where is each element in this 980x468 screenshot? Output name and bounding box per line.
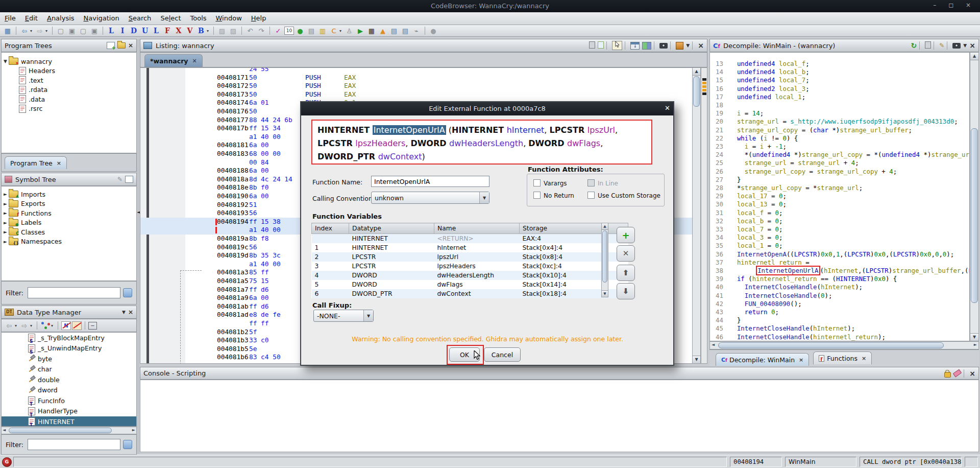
decompile-line[interactable]: 15undefined4 local_7; <box>710 76 969 84</box>
decompile-line[interactable]: 22while (i != 0) { <box>710 134 969 143</box>
toolbar-triangle-icon[interactable]: ▲ <box>378 26 388 35</box>
toolbar-clipboard-icon[interactable]: ▥ <box>317 26 328 35</box>
decompile-line[interactable]: 28*strange_url_copy = *strange_url; <box>710 184 969 192</box>
decompile-hscrollbar[interactable]: ◄ ► <box>709 341 979 349</box>
dialog-title-bar[interactable]: Edit External Function at 0000a7c8 <box>301 102 673 115</box>
toolbar-letter-I[interactable]: I <box>117 26 128 35</box>
table-row[interactable]: 4DWORDdwHeadersLengthStack[0x10]:4 <box>312 271 628 280</box>
decompile-line[interactable]: 42FUN_00408090(); <box>710 300 969 308</box>
move-down-button[interactable]: ⬇ <box>617 283 635 299</box>
close-icon[interactable]: × <box>862 355 866 362</box>
decompile-line[interactable]: 38InternetOpenUrlA(hInternet,(LPCSTR)str… <box>710 267 969 275</box>
copy-icon[interactable] <box>589 41 595 50</box>
decompile-line[interactable]: 31local_f = 0; <box>710 209 969 217</box>
decompile-vscrollbar[interactable]: ▲ ▼ <box>970 52 979 341</box>
dtm-item-_s_tryblockmapentry[interactable]: S_s_TryBlockMapEntry <box>2 333 136 343</box>
toolbar-letter-F[interactable]: F <box>162 26 173 35</box>
scroll-down-icon[interactable]: ▼ <box>602 290 608 297</box>
toolbar-copy-icon[interactable]: ▢ <box>56 26 66 35</box>
listing-row[interactable]: 24 55 <box>140 67 692 74</box>
tree-collapse-icon[interactable]: ► <box>4 210 9 216</box>
close-icon[interactable]: × <box>128 42 133 49</box>
decompile-line[interactable]: 32local_b = 0; <box>710 217 969 225</box>
function-signature-box[interactable]: HINTERNET InternetOpenUrlA (HINTERNET hI… <box>311 120 652 165</box>
dtm-item-double[interactable]: double <box>2 375 136 385</box>
scroll-down-icon[interactable]: ▼ <box>693 356 700 363</box>
console-output[interactable] <box>140 380 979 452</box>
dtm-hscrollbar[interactable]: ◄ ► <box>1 427 137 434</box>
toolbar-letter-X[interactable]: X <box>174 26 184 35</box>
close-icon[interactable]: × <box>128 309 133 316</box>
chevron-down-icon[interactable]: ▼ <box>963 43 967 48</box>
table-row[interactable]: 3LPCSTRlpszHeadersStack[0xc]:4 <box>312 262 628 271</box>
decompile-line[interactable]: 46InternetCloseHandle(hinternetl_return)… <box>710 333 969 341</box>
decompile-line[interactable]: 33local_7 = 0; <box>710 225 969 233</box>
toolbar-clear1-icon[interactable]: ▨ <box>217 26 227 35</box>
tree-item-wannacry[interactable]: ▼➤wannacry <box>2 53 136 66</box>
dtm-item-handlertype[interactable]: THandlerType <box>2 406 136 417</box>
toolbar-save-icon[interactable]: ▦ <box>3 26 13 35</box>
snapshot-icon[interactable] <box>659 43 668 49</box>
dtm-filter-input[interactable] <box>28 439 120 450</box>
sidebar-item-namespaces[interactable]: ►{}Namespaces <box>2 237 136 247</box>
dtm-item-char[interactable]: char <box>2 364 136 375</box>
checkbox-varargs[interactable]: Varargs <box>533 179 567 187</box>
toolbar-letter-L[interactable]: L <box>151 26 161 35</box>
call-fixup-select[interactable]: -NONE- ▼ <box>313 310 374 322</box>
chevron-down-icon[interactable]: ▾ <box>30 29 34 33</box>
function-name-input[interactable] <box>371 176 489 187</box>
scroll-up-icon[interactable]: ▲ <box>602 223 608 230</box>
checkbox-box[interactable] <box>533 179 541 186</box>
decompile-line[interactable]: 45InternetCloseHandle(hInternet); <box>710 324 969 333</box>
decompile-line[interactable]: 29local_17 = 0; <box>710 192 969 200</box>
toolbar-copy2-icon[interactable]: ▢ <box>78 26 88 35</box>
tree-collapse-icon[interactable]: ► <box>4 239 9 244</box>
decompile-line[interactable]: 39if (hinternetl_return == (HINTERNET)0x… <box>710 275 969 283</box>
menu-help[interactable]: Help <box>247 12 271 25</box>
sidebar-item-classes[interactable]: ►CClasses <box>2 227 136 237</box>
toolbar-undo-icon[interactable]: ↶ <box>245 26 255 35</box>
close-icon[interactable]: ✕ <box>192 58 197 64</box>
checkbox-use-custom-storage[interactable]: Use Custom Storage <box>587 192 660 199</box>
remove-variable-button[interactable]: ✕ <box>617 245 635 262</box>
close-icon[interactable]: × <box>969 41 975 50</box>
decompile-line[interactable]: 41InternetCloseHandle(0); <box>710 292 969 300</box>
paste-icon[interactable] <box>598 41 604 50</box>
toolbar-check-icon[interactable]: ✓ <box>273 26 283 35</box>
toolbar-forward-icon[interactable]: ⇨ <box>35 26 45 35</box>
sidebar-item-functions[interactable]: ►fFunctions <box>2 208 136 218</box>
table-row[interactable]: 6DWORD_PTRdwContextStack[0x18]:4 <box>312 289 628 298</box>
toolbar-person-icon[interactable]: ♙ <box>344 26 354 35</box>
org-chart-icon[interactable] <box>40 321 51 330</box>
menu-select[interactable]: Select <box>156 12 185 25</box>
table-export-icon[interactable]: ↓ <box>630 42 640 50</box>
table-row[interactable]: 1HINTERNEThInternetStack[0x4]:4 <box>312 243 628 252</box>
close-icon[interactable]: × <box>799 357 803 363</box>
decompile-line[interactable]: 30local_13 = 0; <box>710 200 969 208</box>
decompile-line[interactable]: 19i = 14; <box>710 109 969 118</box>
tree-item-rsrc[interactable]: .rsrc <box>2 104 136 114</box>
tree-item-text[interactable]: .text <box>2 76 136 85</box>
move-up-button[interactable]: ⬆ <box>617 265 635 281</box>
decompile-line[interactable]: 23i = i + -1; <box>710 143 969 151</box>
decompile-line[interactable]: 24*(undefined4 *)strange_url_copy = *(un… <box>710 151 969 159</box>
menu-search[interactable]: Search <box>124 12 156 25</box>
decompile-line[interactable]: 36InternetOpenA((LPCSTR)0x0,1,(LPCSTR)0x… <box>710 250 969 259</box>
snapshot-icon[interactable] <box>952 43 961 49</box>
toolbar-recycle-icon[interactable]: ● <box>295 26 305 35</box>
tab-functions[interactable]: f Functions× <box>813 352 872 364</box>
forward-icon[interactable]: ⇨ <box>19 321 30 330</box>
refresh-icon[interactable]: ↻ <box>911 41 917 50</box>
toolbar-ten-icon[interactable]: 10 <box>284 27 294 35</box>
new-tree-icon[interactable]: + <box>107 42 115 49</box>
checkbox-box[interactable] <box>587 192 595 199</box>
chevron-down-icon[interactable]: ▾ <box>207 29 211 33</box>
tree-item-data[interactable]: .data <box>2 95 136 104</box>
decompile-line[interactable]: 13undefined4 local_f; <box>710 60 969 68</box>
filter-options-icon[interactable] <box>123 440 132 449</box>
tab-wannacry[interactable]: *wannacry✕ <box>144 54 203 67</box>
diff-icon[interactable] <box>642 42 651 50</box>
tree-item-rdata[interactable]: .rdata <box>2 85 136 95</box>
function-variables-table[interactable]: IndexDatatypeNameStorageHINTERNET<RETURN… <box>311 223 601 298</box>
toolbar-redo-icon[interactable]: ↷ <box>256 26 266 35</box>
